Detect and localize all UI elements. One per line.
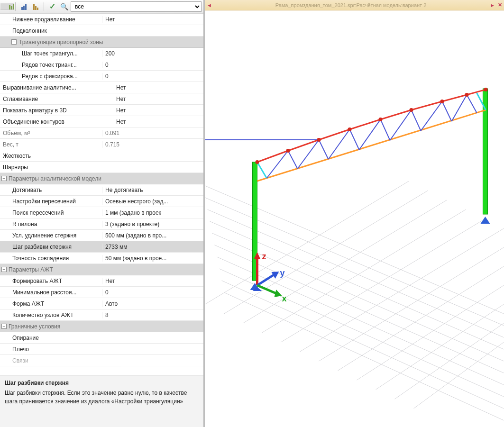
property-grid[interactable]: Нижнее продавливаниеНет Подколонник −Три… (0, 13, 203, 375)
prop-row[interactable]: Настройки пересеченийОсевые нестрого (за… (0, 196, 203, 207)
sort-asc-button[interactable] (18, 1, 29, 12)
prop-row[interactable]: Рядов с фиксирова...0 (0, 71, 203, 82)
expander-icon[interactable]: − (1, 176, 7, 181)
prop-row-selected[interactable]: Шаг разбивки стержня2733 мм (0, 241, 203, 253)
check-icon: ✓ (49, 2, 55, 11)
category-boundary[interactable]: −Граничные условия (0, 321, 203, 332)
prop-row[interactable]: Поиск пересечений1 мм (задано в проек (0, 207, 203, 218)
tab-nav-left-icon[interactable]: ◄ (207, 2, 212, 8)
prop-row[interactable]: Точность совпадения50 мм (задано в прое.… (0, 253, 203, 264)
axis-y-label: y (280, 268, 285, 278)
prop-row[interactable]: R пилона3 (задано в проекте) (0, 218, 203, 230)
prop-row[interactable]: Минимальное расстоя...0 (0, 287, 203, 298)
filter-select[interactable]: все (71, 1, 202, 12)
viewport-tab-title[interactable]: Рама_промздания_том_2021.spr:Расчётная м… (215, 2, 487, 8)
expander-icon[interactable]: − (1, 324, 7, 329)
prop-row[interactable]: Шарниры (0, 162, 203, 173)
search-button[interactable]: 🔍 (59, 1, 69, 12)
prop-row[interactable]: Связи (0, 355, 203, 366)
axis-x-label: x (282, 294, 287, 303)
toolbar-sep (44, 2, 44, 11)
prop-row[interactable]: Плечо (0, 344, 203, 355)
toolbar-sep (15, 2, 16, 11)
svg-line-48 (257, 274, 275, 285)
property-toolbar: ✓ 🔍 все (0, 0, 203, 13)
category-analytic[interactable]: −Параметры аналитической модели (0, 173, 203, 184)
property-panel: ✓ 🔍 все Нижнее продавливаниеНет Подколон… (0, 0, 204, 427)
viewport-tab-bar: ◄ Рама_промздания_том_2021.spr:Расчётная… (205, 0, 504, 10)
prop-row[interactable]: ДотягиватьНе дотягивать (0, 184, 203, 196)
prop-row[interactable]: Усл. удлинение стержня500 мм (задано в п… (0, 230, 203, 241)
prop-row[interactable]: Подколонник (0, 25, 203, 36)
prop-row-weight: Вес, т0.715 (0, 139, 203, 150)
svg-marker-51 (275, 290, 282, 297)
prop-row[interactable]: Жесткость (0, 150, 203, 162)
expander-icon[interactable]: − (11, 39, 17, 45)
prop-row[interactable]: СглаживаниеНет (0, 93, 203, 105)
help-body: Шаг разбивки стержня. Если это значение … (5, 389, 199, 406)
prop-row[interactable]: Нижнее продавливаниеНет (0, 14, 203, 25)
prop-row[interactable]: Опирание (0, 332, 203, 344)
category-triangulation[interactable]: −Триангуляция приопорной зоны (0, 36, 203, 48)
prop-row[interactable]: Рядов точек трианг...0 (0, 59, 203, 71)
prop-row[interactable]: Шаг точек триангул...200 (0, 48, 203, 59)
3d-viewport[interactable]: ◄ Рама_промздания_том_2021.spr:Расчётная… (204, 0, 504, 427)
prop-row[interactable]: Формировать АЖТНет (0, 275, 203, 287)
category-azht[interactable]: −Параметры АЖТ (0, 264, 203, 275)
prop-row[interactable]: Количество узлов АЖТ8 (0, 309, 203, 321)
tab-nav-right-icon[interactable]: ► (490, 2, 495, 8)
prop-row[interactable]: Выравнивание аналитиче...Нет (0, 82, 203, 93)
svg-marker-47 (254, 252, 261, 259)
axis-z-label: z (262, 252, 266, 261)
svg-line-50 (257, 285, 277, 294)
prop-row[interactable]: Форма АЖТАвто (0, 298, 203, 309)
tab-close-icon[interactable]: ✕ (498, 2, 502, 8)
search-icon: 🔍 (60, 3, 68, 10)
apply-button[interactable]: ✓ (47, 1, 57, 12)
3d-scene[interactable]: z y x (205, 10, 504, 427)
sort-desc-button[interactable] (30, 1, 41, 12)
help-title: Шаг разбивки стержня (5, 379, 199, 387)
expander-icon[interactable]: − (1, 267, 7, 272)
prop-row[interactable]: Показать арматуру в 3DНет (0, 105, 203, 116)
prop-row-volume: Объём, м³0.091 (0, 127, 203, 139)
categorize-button[interactable] (2, 1, 12, 12)
axes-gizmo: z y x (205, 10, 504, 427)
help-panel: Шаг разбивки стержня Шаг разбивки стержн… (0, 375, 203, 427)
prop-row[interactable]: Объединение контуровНет (0, 116, 203, 127)
